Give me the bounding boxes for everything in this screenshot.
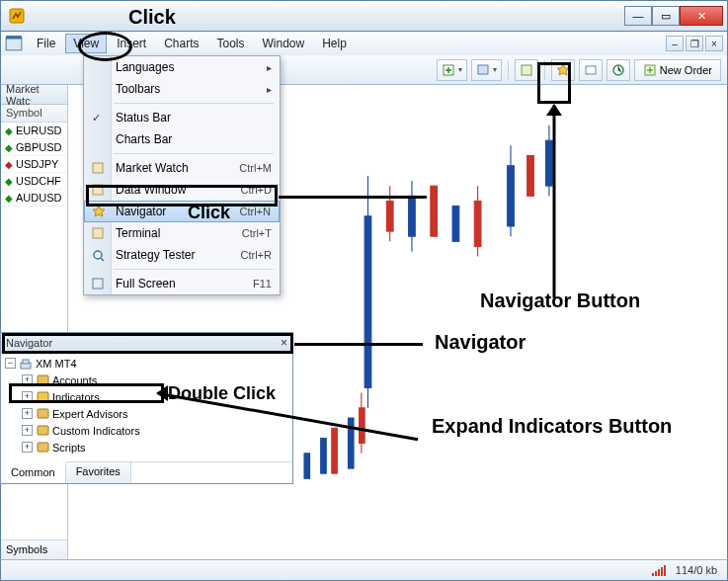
menu-item-label: Toolbars (116, 82, 160, 96)
svg-rect-39 (93, 163, 103, 173)
menu-file[interactable]: File (29, 34, 63, 53)
menu-item-label: Data Window (116, 183, 186, 197)
mdi-restore-button[interactable]: ❐ (686, 36, 703, 51)
navigator-star-icon (556, 63, 570, 77)
strategy-tester-button[interactable] (607, 59, 630, 81)
shortcut-label: Ctrl+M (239, 162, 272, 174)
navigator-tab-common[interactable]: Common (1, 461, 66, 483)
order-icon (643, 63, 657, 77)
submenu-arrow-icon: ▸ (267, 62, 272, 73)
toolbar-separator (508, 60, 509, 80)
statusbar: 114/0 kb (0, 559, 728, 581)
navigator-node-indicators[interactable]: +Indicators (5, 388, 288, 405)
menu-item-strategy-tester[interactable]: Strategy TesterCtrl+R (84, 244, 280, 266)
menu-charts[interactable]: Charts (156, 34, 206, 53)
submenu-arrow-icon: ▸ (267, 84, 272, 95)
menu-item-label: Languages (116, 60, 174, 74)
menu-item-charts-bar[interactable]: Charts Bar (84, 128, 280, 150)
mdi-close-button[interactable]: × (705, 36, 723, 51)
svg-rect-37 (38, 426, 48, 435)
navigator-title-text: Navigator (6, 337, 52, 349)
menu-item-data-window[interactable]: Data WindowCtrl+D (84, 179, 280, 201)
expand-icon[interactable]: + (22, 442, 33, 453)
collapse-icon[interactable]: − (5, 358, 16, 369)
menu-item-market-watch[interactable]: Market WatchCtrl+M (84, 157, 280, 179)
arrow-up-icon: ◆ (5, 176, 13, 187)
tree-root-label: XM MT4 (36, 358, 77, 370)
arrow-up-icon: ◆ (5, 193, 13, 204)
connection-bars-icon (652, 564, 666, 576)
expand-icon[interactable]: + (22, 374, 33, 385)
menu-item-terminal[interactable]: TerminalCtrl+T (84, 222, 280, 244)
window-maximize-button[interactable]: ▭ (652, 6, 680, 26)
terminal-toggle-button[interactable] (579, 59, 603, 81)
shortcut-label: Ctrl+T (242, 227, 272, 239)
menu-item-label: Charts Bar (116, 132, 172, 146)
expand-icon[interactable]: + (22, 391, 33, 402)
navigator-node-custom-indicators[interactable]: +Custom Indicators (5, 422, 288, 439)
menu-item-toolbars[interactable]: Toolbars▸ (84, 78, 280, 100)
navigator-tree: − XM MT4 +Accounts+Indicators+Expert Adv… (1, 353, 292, 461)
shortcut-label: Ctrl+D (241, 184, 272, 196)
arrow-down-icon: ◆ (5, 159, 13, 170)
menu-view[interactable]: View (65, 34, 107, 53)
navigator-node-accounts[interactable]: +Accounts (5, 372, 288, 388)
market-watch-toggle-button[interactable] (515, 59, 538, 81)
tree-root[interactable]: − XM MT4 (5, 355, 288, 372)
menu-item-navigator[interactable]: NavigatorCtrl+N (84, 201, 280, 222)
svg-rect-1 (6, 38, 22, 49)
navigator-tab-favorites[interactable]: Favorites (66, 462, 131, 483)
navigator-toggle-button[interactable] (551, 59, 575, 81)
new-order-button[interactable]: New Order (634, 59, 721, 81)
market-watch-column-symbol[interactable]: Symbol (1, 105, 67, 123)
svg-rect-5 (522, 65, 531, 75)
menu-window[interactable]: Window (255, 34, 313, 53)
navigator-node-scripts[interactable]: +Scripts (5, 439, 288, 456)
strategy-tester-icon (90, 247, 106, 263)
menu-item-full-screen[interactable]: Full ScreenF11 (84, 273, 280, 294)
shortcut-label: Ctrl+R (241, 249, 272, 261)
svg-rect-40 (93, 185, 103, 195)
menu-insert[interactable]: Insert (109, 34, 154, 53)
navigator-titlebar[interactable]: Navigator × (1, 333, 292, 353)
svg-rect-45 (93, 279, 103, 289)
server-icon (19, 357, 33, 371)
window-close-button[interactable]: ✕ (680, 6, 723, 26)
market-watch-tab-symbols[interactable]: Symbols (1, 540, 67, 559)
menu-item-label: Navigator (116, 205, 166, 218)
data-window-icon (90, 182, 106, 198)
tree-node-label: Custom Indicators (52, 425, 140, 437)
market-watch-row[interactable]: ◆USDCHF (1, 173, 67, 190)
new-chart-button[interactable]: ▾ (437, 59, 467, 81)
navigator-node-expert-advisors[interactable]: +Expert Advisors (5, 405, 288, 422)
toolbar-separator (544, 60, 545, 80)
expand-icon[interactable]: + (22, 425, 33, 436)
menubar: File View Insert Charts Tools Window Hel… (0, 32, 728, 55)
navigator-close-button[interactable]: × (281, 336, 287, 350)
market-watch-row[interactable]: ◆GBPUSD (1, 139, 67, 156)
symbol-label: USDCHF (16, 175, 61, 187)
menu-item-label: Status Bar (116, 111, 171, 124)
expand-icon[interactable]: + (22, 408, 33, 419)
svg-rect-27 (304, 454, 310, 479)
market-watch-row[interactable]: ◆USDJPY (1, 156, 67, 173)
market-watch-title-text: Market Watc (6, 83, 62, 107)
shortcut-label: Ctrl+N (240, 206, 271, 217)
menu-tools[interactable]: Tools (209, 34, 253, 53)
scripts-icon (36, 441, 49, 455)
menu-help[interactable]: Help (314, 34, 355, 53)
market-watch-title: Market Watc (1, 85, 67, 105)
menu-item-status-bar[interactable]: ✓Status Bar (84, 107, 280, 128)
svg-point-43 (94, 251, 102, 259)
accounts-icon (36, 374, 49, 387)
market-watch-row[interactable]: ◆AUDUSD (1, 190, 67, 207)
window-minimize-button[interactable]: — (624, 6, 652, 26)
svg-rect-25 (321, 438, 327, 473)
mdi-minimize-button[interactable]: – (666, 36, 684, 51)
menu-item-label: Market Watch (116, 161, 189, 175)
profiles-button[interactable]: ▾ (471, 59, 502, 81)
symbol-label: USDJPY (16, 158, 58, 170)
market-watch-row[interactable]: ◆EURUSD (1, 123, 67, 139)
menu-item-languages[interactable]: Languages▸ (84, 56, 280, 78)
custom-indicators-icon (36, 424, 49, 438)
